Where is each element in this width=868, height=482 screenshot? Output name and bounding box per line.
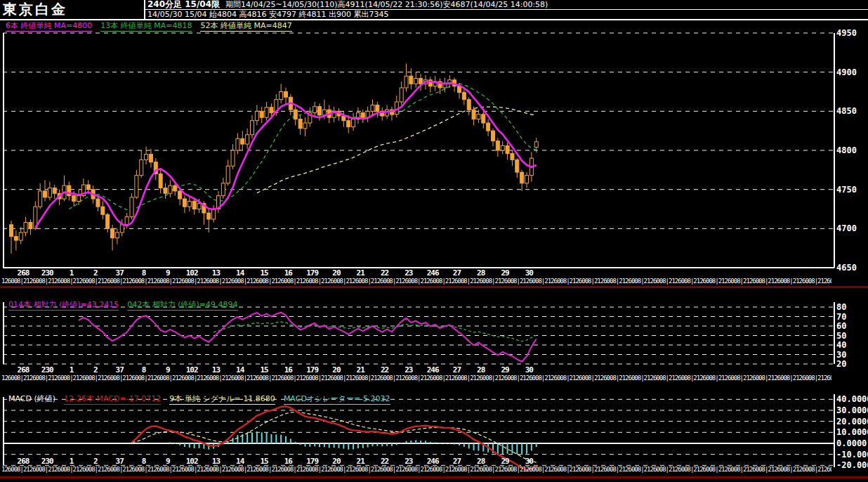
- rsi-legend: 014本 相対力 (終値)=43.2415042本 相対力 (終値)=49.48…: [8, 299, 246, 310]
- header-row-2: 14/05/30 15/04 始4804 高4816 安4797 終4811 出…: [145, 10, 868, 19]
- legend-item: 042本 相対力 (終値)=49.4894: [127, 300, 237, 311]
- x-axis-day-label: 30: [515, 268, 543, 278]
- trading-terminal-screen: 東京白金 240分足 15/04限期間14/04/25~14/05/30(110…: [0, 0, 868, 482]
- x-axis-times-rsi: 126008|2126008|2126008|2126008|2126008|2…: [1, 374, 831, 382]
- header-bar: 東京白金 240分足 15/04限期間14/04/25~14/05/30(110…: [0, 0, 868, 20]
- header-row-1: 240分足 15/04限期間14/04/25~14/05/30(110)高491…: [145, 0, 868, 10]
- ma-legend: 6本 終値単純 MA=480013本 終値単純 MA=481852本 終値単純 …: [6, 20, 301, 31]
- legend-item: 014本 相対力 (終値)=43.2415: [8, 300, 119, 311]
- period-range-info: 期間14/04/25~14/05/30(110)高4911(14/05/22 2…: [225, 0, 548, 9]
- legend-item: 52本 終値単純 MA=4847: [200, 21, 291, 32]
- x-axis-day-label: 30: [515, 457, 543, 466]
- legend-item: MACDオシレーター=-5.2032: [284, 394, 390, 405]
- x-axis-days-rsi: 2682301237891021314151617920212223246272…: [0, 365, 832, 374]
- legend-item: 6本 終値単純 MA=4800: [6, 21, 92, 32]
- header-info: 240分足 15/04限期間14/04/25~14/05/30(110)高491…: [145, 0, 868, 19]
- x-axis-days-main: 2682301237891021314151617920212223246272…: [0, 268, 832, 278]
- legend-item: 9本 単純 シグナル=-11.8680: [169, 394, 275, 405]
- x-axis-times-main: 126008|2126008|2126008|2126008|2126008|2…: [1, 278, 831, 285]
- legend-item: 13本 終値単純 MA=4818: [100, 21, 192, 32]
- current-bar-ohlc: 14/05/30 15/04 始4804 高4816 安4797 終4811 出…: [147, 10, 389, 19]
- macd-legend: MACD (終値)12-26本 MACD=-17.07129本 単純 シグナル=…: [8, 393, 399, 404]
- timeframe-label[interactable]: 240分足 15/04限: [147, 0, 220, 9]
- x-axis-day-label: 30: [515, 365, 543, 374]
- separator-line: [0, 476, 868, 478]
- macd-legend-title: MACD (終値): [8, 394, 55, 403]
- x-axis-days-macd: 2682301237891021314151617920212223246272…: [0, 457, 832, 466]
- instrument-title: 東京白金: [0, 0, 145, 19]
- legend-item: 12-26本 MACD=-17.0712: [64, 394, 161, 405]
- separator-line: [0, 286, 868, 288]
- chart-canvas[interactable]: [0, 0, 868, 482]
- x-axis-times-macd: 126008|2126008|2126008|2126008|2126008|2…: [1, 466, 831, 474]
